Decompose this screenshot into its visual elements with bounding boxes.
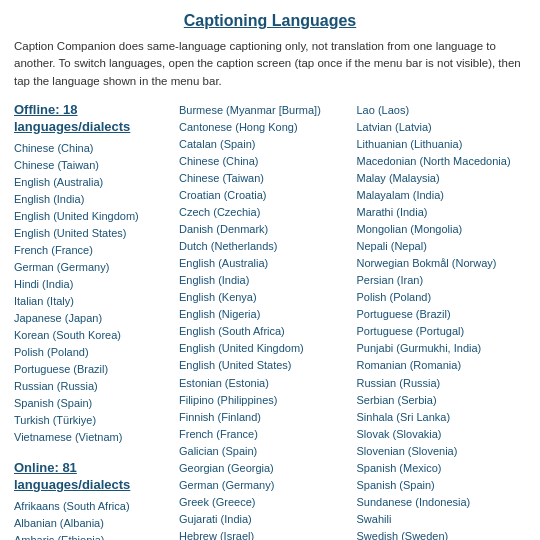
list-item: Russian (Russia) — [14, 378, 169, 395]
list-item: Danish (Denmark) — [179, 221, 349, 238]
online-header: Online: 81 languages/dialects — [14, 460, 169, 494]
list-item: English (United Kingdom) — [14, 208, 169, 225]
list-item: Afrikaans (South Africa) — [14, 498, 169, 515]
main-content: Offline: 18 languages/dialects Chinese (… — [14, 102, 526, 540]
list-item: English (India) — [14, 191, 169, 208]
list-item: Spanish (Spain) — [357, 477, 527, 494]
list-item: Portuguese (Brazil) — [357, 306, 527, 323]
list-item: English (United Kingdom) — [179, 340, 349, 357]
list-item: Turkish (Türkiye) — [14, 412, 169, 429]
list-item: German (Germany) — [179, 477, 349, 494]
list-item: Nepali (Nepal) — [357, 238, 527, 255]
list-item: English (United States) — [179, 357, 349, 374]
list-item: Filipino (Philippines) — [179, 392, 349, 409]
list-item: Portuguese (Brazil) — [14, 361, 169, 378]
list-item: English (India) — [179, 272, 349, 289]
list-item: French (France) — [14, 242, 169, 259]
list-item: Chinese (China) — [14, 140, 169, 157]
list-item: Punjabi (Gurmukhi, India) — [357, 340, 527, 357]
list-item: Italian (Italy) — [14, 293, 169, 310]
list-item: Spanish (Mexico) — [357, 460, 527, 477]
list-item: Malayalam (India) — [357, 187, 527, 204]
list-item: Georgian (Georgia) — [179, 460, 349, 477]
online-section: Online: 81 languages/dialects Afrikaans … — [14, 460, 169, 540]
list-item: Mongolian (Mongolia) — [357, 221, 527, 238]
list-item: Persian (Iran) — [357, 272, 527, 289]
list-item: Slovak (Slovakia) — [357, 426, 527, 443]
list-item: Vietnamese (Vietnam) — [14, 429, 169, 446]
list-item: Chinese (China) — [179, 153, 349, 170]
list-item: Lao (Laos) — [357, 102, 527, 119]
online-list-left: Afrikaans (South Africa)Albanian (Albani… — [14, 498, 169, 540]
list-item: English (Australia) — [179, 255, 349, 272]
list-item: English (Australia) — [14, 174, 169, 191]
list-item: French (France) — [179, 426, 349, 443]
list-item: Catalan (Spain) — [179, 136, 349, 153]
list-item: Russian (Russia) — [357, 375, 527, 392]
list-item: Burmese (Myanmar [Burma]) — [179, 102, 349, 119]
list-item: Spanish (Spain) — [14, 395, 169, 412]
list-item: Czech (Czechia) — [179, 204, 349, 221]
list-item: Chinese (Taiwan) — [179, 170, 349, 187]
list-item: Dutch (Netherlands) — [179, 238, 349, 255]
list-item: Korean (South Korea) — [14, 327, 169, 344]
list-item: Portuguese (Portugal) — [357, 323, 527, 340]
page-title: Captioning Languages — [14, 12, 526, 30]
list-item: German (Germany) — [14, 259, 169, 276]
list-item: Sundanese (Indonesia) — [357, 494, 527, 511]
list-item: Marathi (India) — [357, 204, 527, 221]
list-item: Cantonese (Hong Kong) — [179, 119, 349, 136]
online-list-mid: Burmese (Myanmar [Burma])Cantonese (Hong… — [179, 102, 349, 540]
list-item: Amharic (Ethiopia) — [14, 532, 169, 540]
list-item: Croatian (Croatia) — [179, 187, 349, 204]
list-item: English (Kenya) — [179, 289, 349, 306]
list-item: Polish (Poland) — [14, 344, 169, 361]
list-item: Swahili — [357, 511, 527, 528]
list-item: Norwegian Bokmål (Norway) — [357, 255, 527, 272]
offline-header: Offline: 18 languages/dialects — [14, 102, 169, 136]
list-item: English (Nigeria) — [179, 306, 349, 323]
online-list-right: Lao (Laos)Latvian (Latvia)Lithuanian (Li… — [357, 102, 527, 540]
left-column: Offline: 18 languages/dialects Chinese (… — [14, 102, 169, 540]
list-item: Swedish (Sweden) — [357, 528, 527, 540]
right-columns: Burmese (Myanmar [Burma])Cantonese (Hong… — [179, 102, 526, 540]
list-item: English (United States) — [14, 225, 169, 242]
list-item: Malay (Malaysia) — [357, 170, 527, 187]
list-item: Galician (Spain) — [179, 443, 349, 460]
list-item: Hebrew (Israel) — [179, 528, 349, 540]
list-item: Sinhala (Sri Lanka) — [357, 409, 527, 426]
list-item: Finnish (Finland) — [179, 409, 349, 426]
list-item: Macedonian (North Macedonia) — [357, 153, 527, 170]
list-item: Lithuanian (Lithuania) — [357, 136, 527, 153]
intro-text: Caption Companion does same-language cap… — [14, 38, 526, 90]
list-item: Latvian (Latvia) — [357, 119, 527, 136]
list-item: Serbian (Serbia) — [357, 392, 527, 409]
offline-list: Chinese (China)Chinese (Taiwan)English (… — [14, 140, 169, 447]
list-item: Chinese (Taiwan) — [14, 157, 169, 174]
list-item: Japanese (Japan) — [14, 310, 169, 327]
list-item: Estonian (Estonia) — [179, 375, 349, 392]
list-item: Slovenian (Slovenia) — [357, 443, 527, 460]
list-item: Greek (Greece) — [179, 494, 349, 511]
list-item: English (South Africa) — [179, 323, 349, 340]
list-item: Albanian (Albania) — [14, 515, 169, 532]
list-item: Hindi (India) — [14, 276, 169, 293]
list-item: Polish (Poland) — [357, 289, 527, 306]
list-item: Romanian (Romania) — [357, 357, 527, 374]
list-item: Gujarati (India) — [179, 511, 349, 528]
